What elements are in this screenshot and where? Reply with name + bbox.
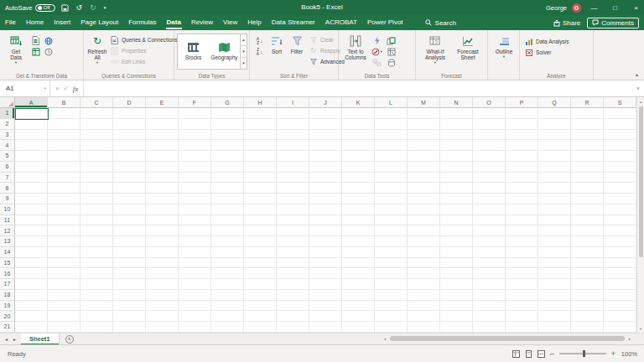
cell-Q13[interactable] <box>538 236 571 247</box>
cell-K4[interactable] <box>342 140 375 151</box>
cell-H16[interactable] <box>244 268 277 279</box>
cell-G7[interactable] <box>211 173 244 184</box>
cell-R10[interactable] <box>571 204 604 215</box>
row-header-13[interactable]: 13 <box>0 236 15 247</box>
cell-O3[interactable] <box>473 130 506 141</box>
cell-K1[interactable] <box>342 108 375 119</box>
cell-J10[interactable] <box>309 204 342 215</box>
cell-C3[interactable] <box>80 130 113 141</box>
cell-N5[interactable] <box>440 151 473 162</box>
cell-Q20[interactable] <box>538 311 571 322</box>
cell-S21[interactable] <box>604 322 636 333</box>
cell-S19[interactable] <box>604 301 636 312</box>
cell-A17[interactable] <box>15 279 48 290</box>
cell-O13[interactable] <box>473 236 506 247</box>
cell-A3[interactable] <box>15 130 48 141</box>
cell-K12[interactable] <box>342 225 375 236</box>
vertical-scroll-thumb[interactable] <box>639 106 643 257</box>
cell-N17[interactable] <box>440 279 473 290</box>
cell-L17[interactable] <box>375 279 408 290</box>
cell-C5[interactable] <box>80 151 113 162</box>
cell-N18[interactable] <box>440 290 473 301</box>
cell-K8[interactable] <box>342 183 375 194</box>
cell-D10[interactable] <box>113 204 146 215</box>
cell-M11[interactable] <box>408 215 440 226</box>
cell-H7[interactable] <box>244 173 277 184</box>
cell-G1[interactable] <box>211 108 244 119</box>
properties-button[interactable]: Properties <box>108 45 179 56</box>
cell-B11[interactable] <box>48 215 80 226</box>
sheet-nav-right-button[interactable]: ► <box>13 337 17 342</box>
cell-S16[interactable] <box>604 268 636 279</box>
cell-J3[interactable] <box>309 130 342 141</box>
cell-E14[interactable] <box>146 247 179 258</box>
cell-H5[interactable] <box>244 151 277 162</box>
view-page-break-button[interactable] <box>538 350 545 358</box>
cell-B18[interactable] <box>48 290 80 301</box>
scroll-right-button[interactable]: ► <box>626 337 633 341</box>
cell-S10[interactable] <box>604 204 636 215</box>
cell-G3[interactable] <box>211 130 244 141</box>
redo-button[interactable]: ↻ <box>88 0 98 15</box>
cell-K11[interactable] <box>342 215 375 226</box>
column-header-A[interactable]: A <box>15 97 48 108</box>
cell-H6[interactable] <box>244 162 277 173</box>
cell-Q16[interactable] <box>538 268 571 279</box>
edit-links-button[interactable]: Edit Links <box>108 56 179 67</box>
cell-R1[interactable] <box>571 108 604 119</box>
row-header-4[interactable]: 4 <box>0 140 15 151</box>
cell-S7[interactable] <box>604 173 636 184</box>
cell-C12[interactable] <box>80 225 113 236</box>
cell-A20[interactable] <box>15 311 48 322</box>
cell-B12[interactable] <box>48 225 80 236</box>
cell-G12[interactable] <box>211 225 244 236</box>
cell-D13[interactable] <box>113 236 146 247</box>
cell-L14[interactable] <box>375 247 408 258</box>
cell-D1[interactable] <box>113 108 146 119</box>
cell-N21[interactable] <box>440 322 473 333</box>
tab-insert[interactable]: Insert <box>49 15 75 30</box>
cell-N2[interactable] <box>440 119 473 130</box>
cell-D8[interactable] <box>113 183 146 194</box>
cell-J5[interactable] <box>309 151 342 162</box>
tab-page-layout[interactable]: Page Layout <box>75 15 123 30</box>
cell-M14[interactable] <box>408 247 440 258</box>
cell-R5[interactable] <box>571 151 604 162</box>
cell-K21[interactable] <box>342 322 375 333</box>
cell-M20[interactable] <box>408 311 440 322</box>
cell-B6[interactable] <box>48 162 80 173</box>
sort-ascending-button[interactable]: AZ↓ <box>252 35 267 46</box>
cell-P4[interactable] <box>506 140 538 151</box>
tab-data[interactable]: Data <box>162 15 186 30</box>
cell-L20[interactable] <box>375 311 408 322</box>
cell-P10[interactable] <box>506 204 538 215</box>
cell-B10[interactable] <box>48 204 80 215</box>
cell-G20[interactable] <box>211 311 244 322</box>
cell-I17[interactable] <box>277 279 309 290</box>
row-header-20[interactable]: 20 <box>0 311 15 322</box>
cell-G5[interactable] <box>211 151 244 162</box>
queries-connections-button[interactable]: Queries & Connections <box>108 34 179 45</box>
row-header-10[interactable]: 10 <box>0 204 15 215</box>
cell-E17[interactable] <box>146 279 179 290</box>
cell-B4[interactable] <box>48 140 80 151</box>
save-button[interactable] <box>60 4 70 12</box>
cell-M6[interactable] <box>408 162 440 173</box>
cell-A5[interactable] <box>15 151 48 162</box>
row-header-3[interactable]: 3 <box>0 130 15 141</box>
cell-M18[interactable] <box>408 290 440 301</box>
column-header-H[interactable]: H <box>244 97 277 108</box>
cell-P9[interactable] <box>506 194 538 204</box>
cell-F18[interactable] <box>179 290 211 301</box>
horizontal-scrollbar[interactable]: ◄ ► <box>382 334 633 343</box>
cell-O4[interactable] <box>473 140 506 151</box>
manage-data-model-button[interactable] <box>384 57 398 68</box>
cell-R16[interactable] <box>571 268 604 279</box>
cell-A19[interactable] <box>15 301 48 312</box>
cell-S17[interactable] <box>604 279 636 290</box>
data-type-geography[interactable]: Geography <box>209 34 240 69</box>
new-sheet-button[interactable]: + <box>65 335 74 344</box>
cell-D15[interactable] <box>113 258 146 269</box>
cell-R20[interactable] <box>571 311 604 322</box>
cell-K16[interactable] <box>342 268 375 279</box>
